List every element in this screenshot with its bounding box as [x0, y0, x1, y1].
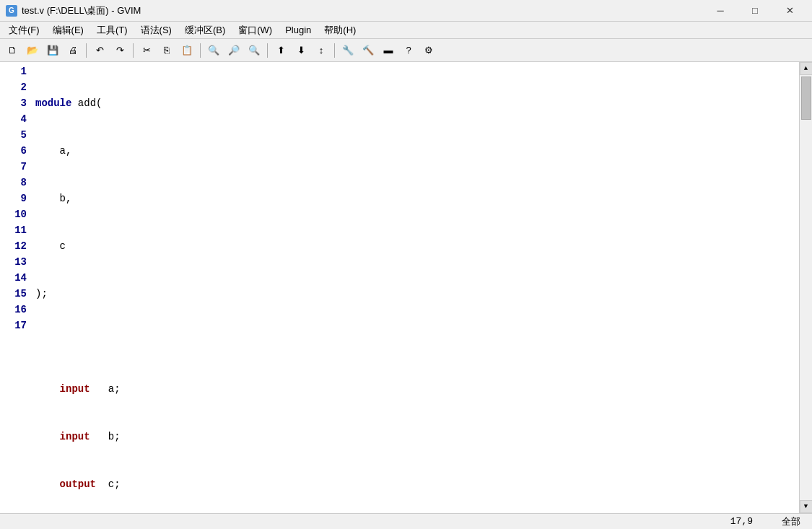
- line-num-tilde-5: [3, 397, 27, 413]
- line-num-1: 1: [3, 64, 27, 79]
- line-num-3: 3: [3, 95, 27, 111]
- line-num-2: 2: [3, 79, 27, 95]
- title-bar: G test.v (F:\DELL\桌面) - GVIM ─ □ ✕: [0, 0, 812, 22]
- toolbar-find1[interactable]: 🔍: [204, 41, 223, 60]
- toolbar-paste[interactable]: 📋: [178, 41, 196, 60]
- toolbar-save[interactable]: 💾: [43, 41, 62, 60]
- scroll-down-arrow[interactable]: ▼: [800, 500, 813, 513]
- window-title: test.v (F:\DELL\桌面) - GVIM: [22, 4, 141, 17]
- line-num-7: 7: [3, 159, 27, 175]
- code-line-9: output c;: [35, 476, 799, 492]
- toolbar-help[interactable]: ?: [399, 41, 418, 60]
- menu-buffer[interactable]: 缓冲区(B): [179, 22, 231, 38]
- toolbar-redo[interactable]: ↷: [110, 41, 129, 60]
- close-button[interactable]: ✕: [773, 0, 806, 22]
- line-num-12: 12: [3, 238, 27, 254]
- code-line-3: b,: [35, 191, 799, 206]
- line-num-8: 8: [3, 175, 27, 191]
- toolbar-sep-5: [334, 43, 335, 58]
- toolbar-print[interactable]: 🖨: [64, 41, 82, 60]
- line-numbers: 1 2 3 4 5 6 7 8 9 10 11 12 13 14 15 16 1…: [0, 62, 32, 513]
- toolbar: 🗋 📂 💾 🖨 ↶ ↷ ✂ ⎘ 📋 🔍 🔎 🔍 ⬆ ⬇ ↕ 🔧 🔨 ▬ ? ⚙: [0, 39, 812, 62]
- toolbar-find2[interactable]: 🔎: [224, 41, 243, 60]
- editor-container: 1 2 3 4 5 6 7 8 9 10 11 12 13 14 15 16 1…: [0, 62, 812, 513]
- toolbar-nav[interactable]: ↕: [312, 41, 331, 60]
- toolbar-sep-4: [267, 43, 268, 58]
- code-line-7: input a;: [35, 381, 799, 397]
- toolbar-tool3[interactable]: ▬: [379, 41, 398, 60]
- line-num-6: 6: [3, 143, 27, 159]
- toolbar-sep-1: [86, 43, 87, 58]
- line-num-13: 13: [3, 254, 27, 270]
- line-num-9: 9: [3, 191, 27, 206]
- line-num-5: 5: [3, 127, 27, 143]
- title-bar-buttons: ─ □ ✕: [704, 0, 806, 22]
- code-editor[interactable]: module add( a, b, c ); input a; input b;…: [32, 62, 799, 513]
- toolbar-find3[interactable]: 🔍: [245, 41, 263, 60]
- toolbar-sep-2: [133, 43, 134, 58]
- maximize-button[interactable]: □: [738, 0, 772, 22]
- menu-bar: 文件(F) 编辑(E) 工具(T) 语法(S) 缓冲区(B) 窗口(W) Plu…: [0, 22, 812, 39]
- toolbar-undo[interactable]: ↶: [90, 41, 109, 60]
- toolbar-new[interactable]: 🗋: [3, 41, 22, 60]
- line-num-16: 16: [3, 302, 27, 318]
- toolbar-cut[interactable]: ✂: [137, 41, 156, 60]
- line-num-4: 4: [3, 111, 27, 127]
- status-bar: 17,9 全部: [0, 513, 812, 529]
- scroll-track[interactable]: [800, 75, 812, 500]
- toolbar-macro[interactable]: ⚙: [419, 41, 438, 60]
- line-num-14: 14: [3, 270, 27, 286]
- line-num-10: 10: [3, 206, 27, 222]
- toolbar-tool2[interactable]: 🔨: [359, 41, 377, 60]
- scroll-thumb[interactable]: [801, 76, 811, 120]
- code-line-8: input b;: [35, 429, 799, 445]
- scroll-up-arrow[interactable]: ▲: [800, 62, 813, 75]
- vertical-scrollbar[interactable]: ▲ ▼: [799, 62, 812, 513]
- minimize-button[interactable]: ─: [704, 0, 737, 22]
- line-num-tilde-2: [3, 349, 27, 365]
- menu-tools[interactable]: 工具(T): [91, 22, 134, 38]
- menu-edit[interactable]: 编辑(E): [47, 22, 90, 38]
- line-num-tilde-4: [3, 381, 27, 397]
- menu-plugin[interactable]: Plugin: [279, 23, 317, 37]
- toolbar-copy[interactable]: ⎘: [157, 41, 176, 60]
- line-num-tilde-1: [3, 333, 27, 349]
- code-line-5: );: [35, 286, 799, 302]
- line-num-tilde-3: [3, 365, 27, 381]
- cursor-position: 17,9: [730, 516, 753, 527]
- menu-window[interactable]: 窗口(W): [232, 22, 278, 38]
- code-line-1: module add(: [35, 95, 799, 111]
- menu-file[interactable]: 文件(F): [3, 22, 45, 38]
- toolbar-sep-3: [200, 43, 201, 58]
- toolbar-open[interactable]: 📂: [23, 41, 42, 60]
- title-bar-left: G test.v (F:\DELL\桌面) - GVIM: [6, 4, 141, 17]
- app-icon: G: [6, 5, 17, 17]
- view-label: 全部: [782, 515, 800, 528]
- code-line-4: c: [35, 238, 799, 254]
- menu-syntax[interactable]: 语法(S): [135, 22, 178, 38]
- code-line-2: a,: [35, 143, 799, 159]
- menu-help[interactable]: 帮助(H): [318, 22, 362, 38]
- line-num-11: 11: [3, 222, 27, 238]
- line-num-17: 17: [3, 318, 27, 333]
- code-line-6: [35, 333, 799, 349]
- line-num-15: 15: [3, 286, 27, 302]
- toolbar-tool1[interactable]: 🔧: [339, 41, 357, 60]
- toolbar-replace1[interactable]: ⬆: [271, 41, 290, 60]
- toolbar-replace2[interactable]: ⬇: [292, 41, 310, 60]
